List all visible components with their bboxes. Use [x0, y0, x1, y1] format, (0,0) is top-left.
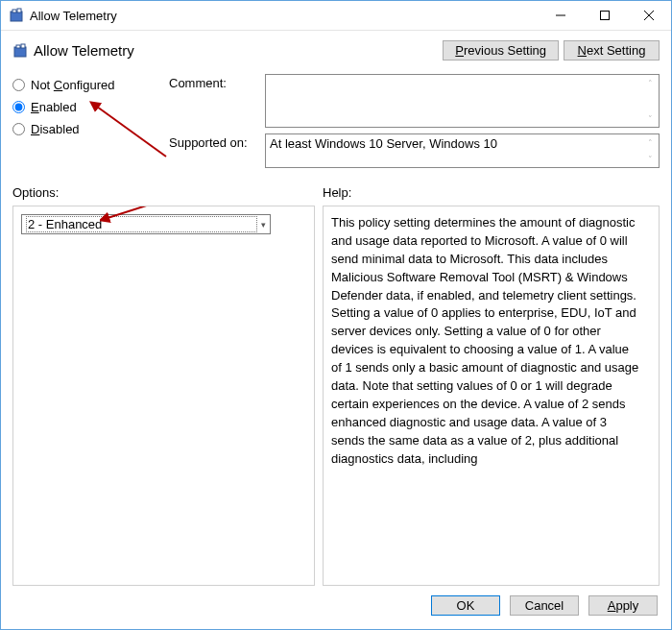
supported-scrollbar: ˄ ˅	[642, 134, 659, 167]
policy-icon	[12, 43, 28, 59]
options-box: 2 - Enhanced ▾	[12, 206, 315, 586]
radio-not-configured-input[interactable]	[12, 79, 25, 91]
help-label: Help:	[323, 185, 660, 200]
help-textarea[interactable]: This policy setting determines the amoun…	[323, 206, 660, 586]
config-row: Not Configured Enabled Disabled Comment:…	[12, 74, 660, 174]
supported-textarea: At least Windows 10 Server, Windows 10 ˄…	[265, 133, 660, 168]
scroll-down-icon[interactable]: ˅	[642, 151, 659, 167]
scroll-up-icon[interactable]: ˄	[642, 75, 659, 91]
help-pane: Help: This policy setting determines the…	[323, 185, 660, 586]
chevron-down-icon: ▾	[257, 220, 266, 230]
dialog-footer: OK Cancel Apply	[12, 586, 660, 623]
svg-rect-2	[17, 9, 21, 12]
comment-label: Comment:	[169, 74, 265, 128]
state-radio-group: Not Configured Enabled Disabled	[12, 74, 169, 174]
radio-not-configured-label: Not Configured	[31, 78, 114, 92]
supported-value: At least Windows 10 Server, Windows 10	[270, 136, 497, 151]
radio-enabled-input[interactable]	[12, 101, 25, 113]
dropdown-selected-value: 2 - Enhanced	[26, 216, 257, 232]
next-setting-button[interactable]: Next Setting	[564, 40, 660, 61]
radio-disabled-label: Disabled	[31, 122, 80, 136]
header-row: Allow Telemetry Previous Setting Next Se…	[12, 40, 660, 61]
prev-label-rest: revious Setting	[464, 43, 546, 58]
app-icon	[9, 8, 24, 23]
comment-supported-col: Comment: ˄ ˅ Supported on: At least Wind…	[169, 74, 660, 174]
radio-not-configured[interactable]: Not Configured	[12, 78, 169, 92]
maximize-button[interactable]	[583, 1, 627, 30]
window-title: Allow Telemetry	[30, 9, 539, 23]
options-pane: Options: 2 - Enhanced ▾	[12, 185, 315, 586]
svg-rect-9	[21, 44, 25, 48]
svg-rect-8	[16, 45, 20, 48]
options-label: Options:	[12, 185, 315, 200]
ok-button[interactable]: OK	[431, 595, 500, 616]
panes-row: Options: 2 - Enhanced ▾ Help: This polic…	[12, 185, 660, 586]
telemetry-level-dropdown[interactable]: 2 - Enhanced ▾	[21, 214, 271, 234]
cancel-button[interactable]: Cancel	[510, 595, 579, 616]
svg-rect-1	[12, 10, 16, 12]
window-controls	[539, 1, 671, 30]
apply-button[interactable]: Apply	[588, 595, 658, 616]
close-button[interactable]	[627, 1, 671, 30]
radio-disabled[interactable]: Disabled	[12, 122, 169, 136]
next-label-rest: ext Setting	[587, 43, 645, 58]
policy-title: Allow Telemetry	[34, 42, 438, 59]
minimize-button[interactable]	[539, 1, 583, 30]
svg-rect-4	[601, 12, 610, 20]
previous-setting-button[interactable]: Previous Setting	[443, 40, 559, 61]
comment-scrollbar: ˄ ˅	[642, 75, 659, 127]
comment-textarea[interactable]: ˄ ˅	[265, 74, 660, 128]
radio-enabled-label: Enabled	[31, 100, 77, 114]
supported-row: Supported on: At least Windows 10 Server…	[169, 133, 660, 168]
supported-label: Supported on:	[169, 133, 265, 168]
scroll-up-icon[interactable]: ˄	[642, 134, 659, 151]
apply-label-rest: pply	[615, 598, 638, 613]
titlebar: Allow Telemetry	[1, 1, 671, 31]
content-area: Allow Telemetry Previous Setting Next Se…	[1, 31, 671, 629]
help-text-content: This policy setting determines the amoun…	[331, 215, 638, 466]
scroll-down-icon[interactable]: ˅	[642, 110, 659, 127]
radio-enabled[interactable]: Enabled	[12, 100, 169, 114]
comment-row: Comment: ˄ ˅	[169, 74, 660, 128]
radio-disabled-input[interactable]	[12, 123, 25, 135]
